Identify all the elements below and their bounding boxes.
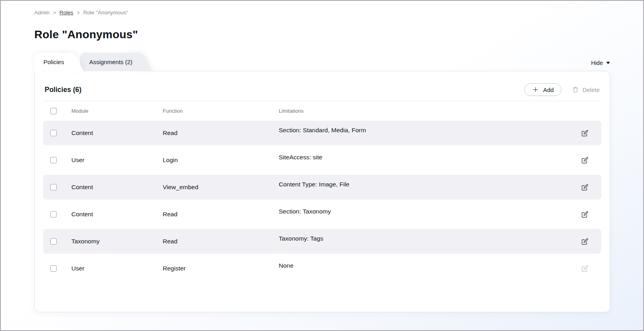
cell-function: Register bbox=[163, 265, 279, 272]
edit-policy-button[interactable] bbox=[581, 129, 589, 137]
tabs-row: Policies Assignments (2) Hide bbox=[34, 52, 610, 71]
edit-policy-button[interactable] bbox=[581, 210, 589, 219]
content-area: Policies Assignments (2) Hide Policies (… bbox=[1, 52, 643, 312]
breadcrumb-item-current: Role "Anonymous" bbox=[83, 10, 128, 16]
column-header-limitations: Limitations bbox=[279, 108, 581, 114]
panel-actions: Add Delete bbox=[524, 83, 600, 96]
cell-limitations: SiteAccess: site bbox=[279, 154, 581, 161]
panel-header: Policies (6) Add Delete bbox=[43, 79, 601, 100]
add-policy-button[interactable]: Add bbox=[524, 83, 561, 96]
edit-icon bbox=[581, 156, 589, 165]
row-checkbox[interactable] bbox=[50, 238, 57, 245]
cell-limitations: Section: Taxonomy bbox=[279, 208, 581, 215]
edit-icon bbox=[581, 264, 589, 273]
tab-policies-label: Policies bbox=[43, 59, 64, 65]
delete-policy-label: Delete bbox=[583, 86, 600, 93]
tab-assignments[interactable]: Assignments (2) bbox=[80, 53, 138, 71]
table-row: User Login SiteAccess: site bbox=[43, 148, 601, 172]
select-all-checkbox[interactable] bbox=[50, 108, 57, 114]
plus-icon bbox=[532, 86, 539, 93]
cell-module: Taxonomy bbox=[71, 238, 163, 245]
app-window: Admin > Roles > Role "Anonymous" Role "A… bbox=[0, 0, 644, 331]
column-header-function: Function bbox=[163, 108, 279, 114]
tab-policies[interactable]: Policies bbox=[34, 53, 70, 71]
cell-function: Read bbox=[163, 238, 279, 245]
breadcrumb-item-admin[interactable]: Admin bbox=[34, 10, 49, 16]
edit-icon bbox=[581, 129, 589, 137]
cell-limitations: None bbox=[279, 262, 581, 269]
edit-policy-button[interactable] bbox=[581, 156, 589, 165]
row-checkbox[interactable] bbox=[50, 157, 57, 163]
cell-module: User bbox=[71, 265, 163, 272]
panel-heading: Policies (6) bbox=[45, 86, 81, 94]
chevron-down-icon bbox=[606, 62, 610, 64]
table-row: Content Read Section: Standard, Media, F… bbox=[43, 121, 601, 145]
table-row: Content Read Section: Taxonomy bbox=[43, 202, 601, 227]
policies-panel: Policies (6) Add Delete bbox=[34, 71, 610, 312]
cell-function: View_embed bbox=[163, 184, 279, 191]
cell-limitations: Section: Standard, Media, Form bbox=[279, 127, 581, 134]
table-row: Content View_embed Content Type: Image, … bbox=[43, 175, 601, 200]
breadcrumb-separator: > bbox=[53, 10, 56, 16]
edit-policy-button[interactable] bbox=[581, 183, 589, 192]
cell-limitations: Content Type: Image, File bbox=[279, 181, 581, 188]
edit-icon bbox=[581, 183, 589, 192]
breadcrumb-separator: > bbox=[77, 10, 80, 16]
cell-module: User bbox=[71, 157, 163, 164]
cell-function: Read bbox=[163, 211, 279, 218]
hide-dropdown[interactable]: Hide bbox=[591, 60, 610, 66]
tab-bar: Policies Assignments (2) bbox=[34, 53, 138, 71]
policies-table: Module Function Limitations Content Read… bbox=[43, 101, 601, 281]
table-header-row: Module Function Limitations bbox=[43, 101, 601, 121]
cell-module: Content bbox=[71, 184, 163, 191]
column-header-module: Module bbox=[71, 108, 163, 114]
table-row: User Register None bbox=[43, 256, 601, 281]
edit-policy-button bbox=[581, 264, 589, 273]
cell-limitations: Taxonomy: Tags bbox=[279, 235, 581, 242]
cell-module: Content bbox=[71, 211, 163, 218]
page-header: Admin > Roles > Role "Anonymous" Role "A… bbox=[1, 1, 643, 41]
edit-icon bbox=[581, 237, 589, 246]
table-row: Taxonomy Read Taxonomy: Tags bbox=[43, 229, 601, 254]
add-policy-label: Add bbox=[543, 86, 554, 93]
hide-dropdown-label: Hide bbox=[591, 60, 603, 66]
trash-icon bbox=[572, 86, 579, 93]
row-checkbox[interactable] bbox=[50, 130, 57, 136]
page-title: Role "Anonymous" bbox=[34, 28, 610, 41]
cell-function: Login bbox=[163, 157, 279, 164]
edit-icon bbox=[581, 210, 589, 219]
row-checkbox[interactable] bbox=[50, 265, 57, 272]
breadcrumb-item-roles[interactable]: Roles bbox=[59, 10, 73, 16]
cell-module: Content bbox=[71, 129, 163, 137]
row-checkbox[interactable] bbox=[50, 184, 57, 190]
edit-policy-button[interactable] bbox=[581, 237, 589, 246]
cell-function: Read bbox=[163, 129, 279, 137]
delete-policy-button[interactable]: Delete bbox=[572, 86, 600, 93]
tab-assignments-label: Assignments (2) bbox=[89, 59, 132, 65]
row-checkbox[interactable] bbox=[50, 211, 57, 217]
breadcrumb: Admin > Roles > Role "Anonymous" bbox=[34, 10, 610, 16]
